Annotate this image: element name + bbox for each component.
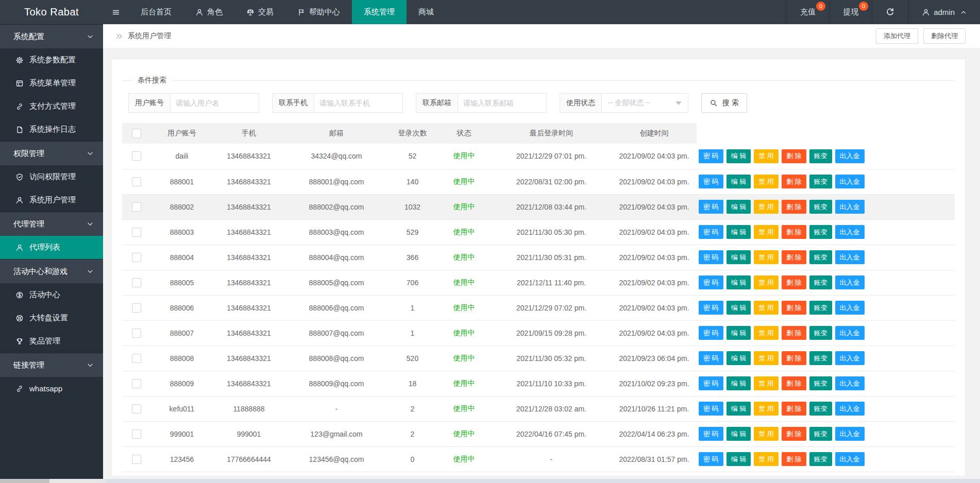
delete-button[interactable]: 删 除 [782,402,806,416]
row-checkbox[interactable] [132,202,141,212]
nav-item-link[interactable]: 商城 [407,0,446,24]
password-button[interactable]: 密 码 [699,452,723,466]
deposit-withdraw-button[interactable]: 出入金 [835,301,865,315]
row-checkbox[interactable] [132,253,141,262]
delete-button[interactable]: 删 除 [782,225,806,239]
account-change-button[interactable]: 账变 [809,149,832,163]
sidebar-item[interactable]: 支付方式管理 [0,95,103,118]
delete-button[interactable]: 删 除 [782,326,806,340]
delete-button[interactable]: 删 除 [782,376,806,390]
deposit-withdraw-button[interactable]: 出入金 [835,402,865,416]
sidebar-item-active[interactable]: 代理列表 [0,236,103,259]
edit-button[interactable]: 编 辑 [726,149,751,163]
disable-button[interactable]: 禁 用 [754,149,779,163]
admin-menu-button[interactable]: admin [908,0,980,24]
sidebar-section-title[interactable]: 链接管理 [0,353,103,377]
nav-item-active[interactable]: 系统管理 [352,0,407,24]
password-button[interactable]: 密 码 [699,351,723,365]
sidebar-item[interactable]: 活动中心 [0,283,103,306]
account-change-button[interactable]: 账变 [809,175,832,188]
row-checkbox[interactable] [132,329,141,338]
account-change-button[interactable]: 账变 [809,225,832,239]
account-change-button[interactable]: 账变 [809,326,832,340]
account-change-button[interactable]: 账变 [809,301,832,315]
row-checkbox[interactable] [132,354,141,363]
disable-button[interactable]: 禁 用 [754,250,779,264]
sidebar-item[interactable]: 系统参数配置 [0,48,103,72]
edit-button[interactable]: 编 辑 [726,175,751,188]
password-button[interactable]: 密 码 [699,175,723,188]
nav-item-link[interactable]: 帮助中心 [285,0,352,24]
edit-button[interactable]: 编 辑 [726,301,751,315]
edit-button[interactable]: 编 辑 [726,351,751,365]
account-change-button[interactable]: 账变 [809,351,832,365]
edit-button[interactable]: 编 辑 [726,225,751,239]
sidebar-section-title[interactable]: 权限管理 [0,141,103,165]
password-button[interactable]: 密 码 [699,275,723,289]
deposit-withdraw-button[interactable]: 出入金 [835,351,865,365]
sidebar-item[interactable]: 访问权限管理 [0,165,103,188]
nav-item-link[interactable]: 角色 [183,0,234,24]
deposit-withdraw-button[interactable]: 出入金 [835,149,865,163]
nav-item-link[interactable]: 后台首页 [129,0,183,24]
delete-button[interactable]: 删 除 [782,149,806,163]
disable-button[interactable]: 禁 用 [754,402,779,416]
edit-button[interactable]: 编 辑 [726,275,751,289]
sidebar-section-title[interactable]: 系统配置 [0,24,103,48]
disable-button[interactable]: 禁 用 [754,301,779,315]
sidebar-item[interactable]: 奖品管理 [0,330,103,353]
status-select[interactable]: -- 全部状态 -- [602,93,688,113]
recharge-button[interactable]: 充值0 [786,0,829,24]
edit-button[interactable]: 编 辑 [726,326,751,340]
delete-button[interactable]: 删 除 [782,200,806,214]
delete-button[interactable]: 删 除 [782,427,806,441]
row-checkbox[interactable] [132,177,141,186]
sidebar-item[interactable]: 系统用户管理 [0,188,103,212]
account-input[interactable] [171,93,259,113]
row-checkbox[interactable] [132,429,141,439]
deposit-withdraw-button[interactable]: 出入金 [835,376,865,390]
delete-button[interactable]: 删 除 [782,301,806,315]
row-checkbox[interactable] [132,278,141,287]
disable-button[interactable]: 禁 用 [754,326,779,340]
phone-input[interactable] [314,93,403,113]
row-checkbox[interactable] [132,379,141,388]
sidebar-item[interactable]: whatsapp [0,377,103,400]
deposit-withdraw-button[interactable]: 出入金 [835,326,865,340]
edit-button[interactable]: 编 辑 [726,250,751,264]
account-change-button[interactable]: 账变 [809,275,832,289]
delete-button[interactable]: 删 除 [782,175,806,188]
sidebar-item[interactable]: 系统菜单管理 [0,72,103,95]
disable-button[interactable]: 禁 用 [754,376,779,390]
row-checkbox[interactable] [132,404,141,413]
deposit-withdraw-button[interactable]: 出入金 [835,200,865,214]
disable-button[interactable]: 禁 用 [754,427,779,441]
row-checkbox[interactable] [132,151,141,161]
deposit-withdraw-button[interactable]: 出入金 [835,275,865,289]
row-checkbox[interactable] [132,455,141,464]
password-button[interactable]: 密 码 [699,376,723,390]
account-change-button[interactable]: 账变 [809,402,832,416]
disable-button[interactable]: 禁 用 [754,175,779,188]
row-checkbox[interactable] [132,228,141,237]
sidebar-section-title[interactable]: 代理管理 [0,212,103,236]
password-button[interactable]: 密 码 [699,149,723,163]
delete-agent-button[interactable]: 删除代理 [923,28,966,44]
refresh-button[interactable] [872,0,908,24]
select-all-checkbox[interactable] [132,129,141,138]
deposit-withdraw-button[interactable]: 出入金 [835,225,865,239]
search-button[interactable]: 搜 索 [701,93,747,113]
deposit-withdraw-button[interactable]: 出入金 [835,427,865,441]
delete-button[interactable]: 删 除 [782,275,806,289]
password-button[interactable]: 密 码 [699,427,723,441]
delete-button[interactable]: 删 除 [782,452,806,466]
password-button[interactable]: 密 码 [699,200,723,214]
disable-button[interactable]: 禁 用 [754,351,779,365]
account-change-button[interactable]: 账变 [809,427,832,441]
disable-button[interactable]: 禁 用 [754,452,779,466]
password-button[interactable]: 密 码 [699,301,723,315]
account-change-button[interactable]: 账变 [809,200,832,214]
nav-item-link[interactable]: 交易 [234,0,285,24]
account-change-button[interactable]: 账变 [809,452,832,466]
withdraw-button[interactable]: 提现0 [829,0,872,24]
